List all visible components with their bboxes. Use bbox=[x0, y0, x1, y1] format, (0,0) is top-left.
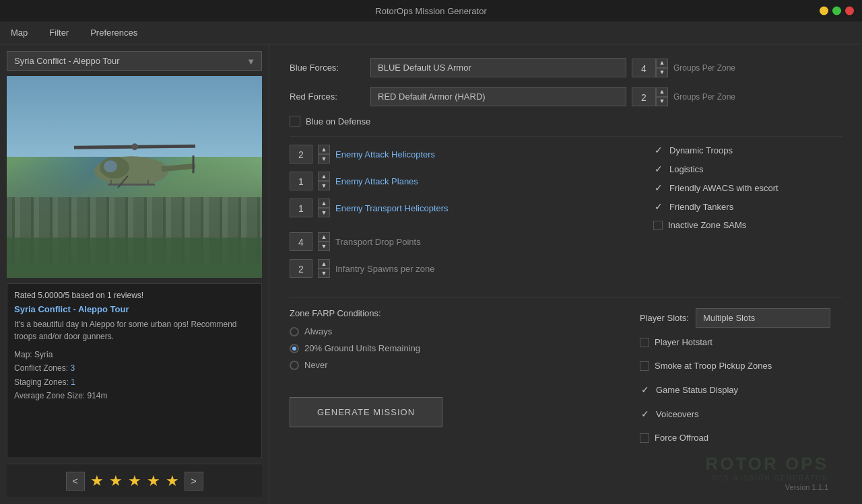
attack-planes-down[interactable]: ▼ bbox=[318, 181, 330, 190]
attack-planes-row: 1 ▲ ▼ Enemy Attack Planes bbox=[290, 172, 626, 190]
star-3: ★ bbox=[128, 472, 141, 490]
friendly-awacs-checkmark: ✓ bbox=[653, 182, 664, 193]
transport-helos-btns: ▲ ▼ bbox=[318, 199, 330, 217]
svg-point-4 bbox=[104, 160, 117, 172]
bottom-section: Zone FARP Conditions: Always 20% Ground … bbox=[290, 308, 842, 502]
infantry-spawns-btns: ▲ ▼ bbox=[318, 259, 330, 278]
transport-helos-up[interactable]: ▲ bbox=[318, 199, 330, 208]
red-forces-row: Red Forces: RED Default Armor (HARD) 2 ▲… bbox=[290, 87, 842, 106]
farp-20pct-radio[interactable] bbox=[290, 344, 299, 353]
attack-helos-value: 2 bbox=[290, 145, 312, 164]
blue-gpz-label: Groups Per Zone bbox=[673, 63, 735, 73]
game-status-checkmark: ✓ bbox=[640, 384, 651, 395]
transport-helos-label: Enemy Transport Helicopters bbox=[335, 203, 449, 213]
review-section: Rated 5.0000/5 based on 1 reviews! Syria… bbox=[7, 283, 262, 458]
inactive-zone-sams-label: Inactive Zone SAMs bbox=[668, 220, 746, 230]
logo-text-sub: DCS MISSION GENERATOR bbox=[626, 474, 828, 482]
farp-always-radio[interactable] bbox=[290, 327, 299, 336]
red-forces-select[interactable]: RED Default Armor (HARD) bbox=[370, 87, 626, 106]
farp-never-radio[interactable] bbox=[290, 361, 299, 370]
red-gpz-label: Groups Per Zone bbox=[673, 92, 735, 102]
transport-drop-value: 4 bbox=[290, 232, 312, 251]
prev-button[interactable]: < bbox=[66, 472, 85, 491]
player-slots-row: Player Slots: Multiple Slots Single Slot bbox=[640, 308, 842, 328]
smoke-pickup-label: Smoke at Troop Pickup Zones bbox=[655, 361, 772, 371]
blue-gpz-buttons: ▲ ▼ bbox=[656, 59, 668, 77]
rotor-ops-logo: ROTOR OPS DCS MISSION GENERATOR Version … bbox=[626, 454, 828, 491]
blue-gpz-down[interactable]: ▼ bbox=[656, 68, 668, 77]
blue-defense-checkbox[interactable] bbox=[290, 116, 300, 127]
blue-defense-label: Blue on Defense bbox=[306, 116, 370, 127]
blue-gpz-up[interactable]: ▲ bbox=[656, 59, 668, 68]
helicopter-image bbox=[67, 127, 202, 210]
menubar: Map Filter Preferences bbox=[0, 22, 862, 44]
mission-desc: It's a beautiful day in Aleppo for some … bbox=[14, 318, 255, 343]
meta-zone-size: Average Zone Size: 914m bbox=[14, 389, 255, 402]
voiceovers-checkmark: ✓ bbox=[640, 408, 651, 419]
dynamic-troops-option: ✓ Dynamic Troops bbox=[653, 145, 842, 155]
star-1: ★ bbox=[90, 472, 104, 490]
transport-drop-up[interactable]: ▲ bbox=[318, 232, 330, 242]
close-button[interactable] bbox=[845, 7, 854, 15]
blue-forces-label: Blue Forces: bbox=[290, 63, 370, 73]
attack-planes-up[interactable]: ▲ bbox=[318, 172, 330, 181]
friendly-tankers-label: Friendly Tankers bbox=[669, 202, 733, 212]
menu-map[interactable]: Map bbox=[7, 25, 32, 40]
mission-meta: Map: Syria Conflict Zones: 3 Staging Zon… bbox=[14, 348, 255, 403]
traffic-lights bbox=[820, 7, 854, 15]
attack-helos-down[interactable]: ▼ bbox=[318, 154, 330, 164]
attack-planes-label: Enemy Attack Planes bbox=[335, 176, 418, 186]
infantry-spawns-row: 2 ▲ ▼ Infantry Spawns per zone bbox=[290, 259, 626, 278]
smoke-pickup-checkbox[interactable] bbox=[640, 361, 649, 371]
map-image bbox=[7, 76, 262, 278]
transport-helos-down[interactable]: ▼ bbox=[318, 208, 330, 217]
transport-drop-btns: ▲ ▼ bbox=[318, 232, 330, 251]
infantry-spawns-down[interactable]: ▼ bbox=[318, 268, 330, 278]
transport-drop-label: Transport Drop Points bbox=[335, 237, 421, 247]
voiceovers-label: Voiceovers bbox=[656, 409, 699, 419]
menu-preferences[interactable]: Preferences bbox=[86, 25, 141, 40]
attack-helos-up[interactable]: ▲ bbox=[318, 145, 330, 154]
farp-title: Zone FARP Conditions: bbox=[290, 308, 613, 318]
main-layout: Syria Conflict - Aleppo Tour ▼ bbox=[0, 44, 862, 504]
left-panel: Syria Conflict - Aleppo Tour ▼ bbox=[0, 44, 269, 504]
menu-filter[interactable]: Filter bbox=[45, 25, 73, 40]
next-button[interactable]: > bbox=[185, 472, 203, 491]
friendly-awacs-label: Friendly AWACS with escort bbox=[669, 183, 778, 193]
farp-20pct-label: 20% Ground Units Remaining bbox=[304, 343, 420, 353]
generate-button[interactable]: GENERATE MISSION bbox=[290, 397, 442, 427]
player-hotstart-checkbox[interactable] bbox=[640, 338, 649, 347]
red-gpz-down[interactable]: ▼ bbox=[656, 97, 668, 106]
inactive-zone-sams-checkbox[interactable] bbox=[653, 221, 663, 230]
logistics-checkmark: ✓ bbox=[653, 164, 664, 174]
player-slots-label: Player Slots: bbox=[640, 313, 689, 323]
player-slots-select[interactable]: Multiple Slots Single Slot bbox=[696, 308, 830, 328]
friendly-awacs-option: ✓ Friendly AWACS with escort bbox=[653, 182, 842, 193]
dynamic-troops-checkmark: ✓ bbox=[653, 145, 664, 155]
svg-rect-5 bbox=[161, 164, 195, 172]
farp-always-option: Always bbox=[290, 326, 613, 336]
friendly-tankers-checkmark: ✓ bbox=[653, 201, 664, 212]
farp-never-label: Never bbox=[304, 360, 328, 370]
star-2: ★ bbox=[109, 472, 123, 490]
minimize-button[interactable] bbox=[820, 7, 828, 15]
logistics-label: Logistics bbox=[669, 164, 704, 174]
maximize-button[interactable] bbox=[832, 7, 841, 15]
two-col-section: 2 ▲ ▼ Enemy Attack Helicopters 1 ▲ ▼ Ene… bbox=[290, 145, 842, 286]
force-offroad-checkbox[interactable] bbox=[640, 433, 649, 443]
transport-drop-down[interactable]: ▼ bbox=[318, 242, 330, 251]
bottom-options: Player Hotstart Smoke at Troop Pickup Zo… bbox=[640, 337, 842, 451]
infantry-spawns-label: Infantry Spawns per zone bbox=[335, 264, 434, 274]
blue-forces-select[interactable]: BLUE Default US Armor bbox=[370, 58, 626, 77]
map-select[interactable]: Syria Conflict - Aleppo Tour bbox=[7, 51, 262, 71]
red-forces-label: Red Forces: bbox=[290, 92, 370, 102]
red-gpz-buttons: ▲ ▼ bbox=[656, 87, 668, 106]
transport-drop-row: 4 ▲ ▼ Transport Drop Points bbox=[290, 232, 626, 251]
inactive-zone-sams-option: Inactive Zone SAMs bbox=[653, 220, 842, 230]
infantry-spawns-up[interactable]: ▲ bbox=[318, 259, 330, 268]
player-hotstart-option: Player Hotstart bbox=[640, 337, 842, 347]
rating-text: Rated 5.0000/5 based on 1 reviews! bbox=[14, 291, 255, 300]
red-gpz-up[interactable]: ▲ bbox=[656, 87, 668, 97]
attack-planes-btns: ▲ ▼ bbox=[318, 172, 330, 190]
svg-point-1 bbox=[131, 143, 138, 150]
